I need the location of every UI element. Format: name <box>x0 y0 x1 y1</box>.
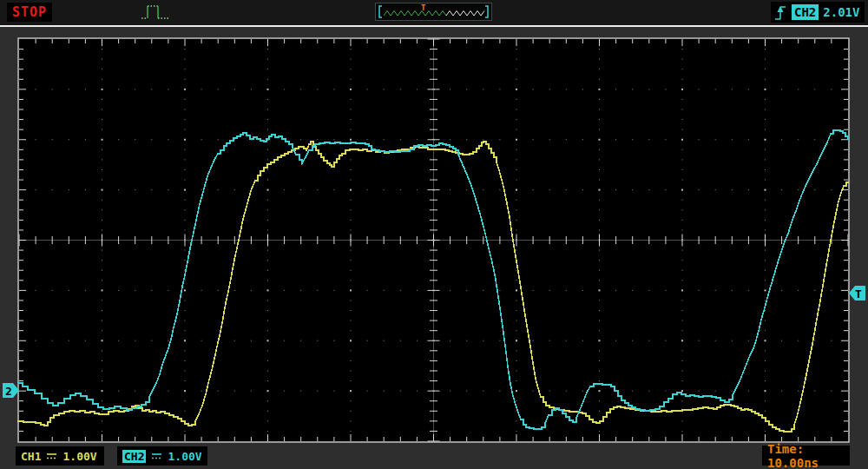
horizontal-preview-bar[interactable]: T <box>375 3 492 21</box>
acquisition-status-badge: STOP <box>7 3 52 22</box>
waveform-plot-area <box>0 0 868 469</box>
preview-left-bracket-icon <box>379 6 382 17</box>
status-bar: STOP T CH2 2.01V <box>0 0 868 25</box>
topbar-separator-line <box>0 25 868 27</box>
rising-edge-trigger-icon <box>774 3 787 22</box>
preview-waveform-icon: T <box>376 3 491 20</box>
trigger-readout[interactable]: CH2 2.01V <box>771 2 865 23</box>
trigger-source-chip: CH2 <box>792 4 819 20</box>
preview-right-bracket-icon <box>485 6 488 17</box>
oscilloscope-screen: STOP T CH2 2.01V CH1 <box>0 0 868 469</box>
trigger-level-value: 2.01V <box>823 5 859 19</box>
trigger-pulse-icon <box>140 2 173 23</box>
